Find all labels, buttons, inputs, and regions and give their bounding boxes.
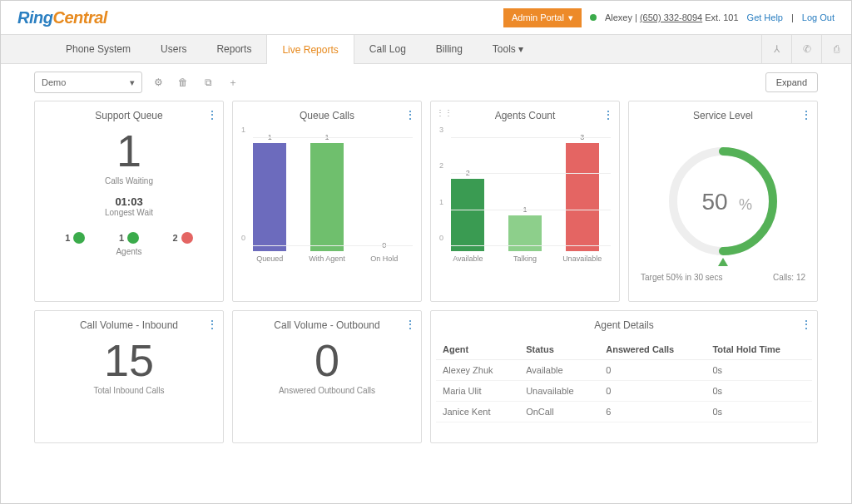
queue-calls-chart: 011Queued1With Agent0On Hold [238,130,416,263]
card-service-level: ⋮ Service Level 50 % Target 50% in 30 se… [628,101,818,302]
inbound-label: Total Inbound Calls [40,386,218,395]
longest-wait-label: Longest Wait [40,208,218,217]
trash-icon[interactable]: 🗑 [174,77,192,88]
card-menu-icon[interactable]: ⋮ [206,318,218,331]
outbound-value: 0 [238,334,416,386]
calls-waiting-label: Calls Waiting [40,176,218,185]
copy-icon[interactable]: ⧉ [199,77,217,88]
card-title: Agents Count [436,110,614,121]
card-support-queue: ⋮ Support Queue 1 Calls Waiting 01:03 Lo… [34,101,224,302]
nav-users[interactable]: Users [146,35,201,63]
service-calls: Calls: 12 [773,273,805,282]
table-row[interactable]: Janice KentOnCall60s [436,402,812,422]
logo-central: Central [52,8,106,27]
card-title: Support Queue [40,110,218,121]
nav-phone-system[interactable]: Phone System [51,35,146,63]
card-title: Agent Details [436,319,812,331]
support-queue-value: 1 [40,125,218,176]
service-level-gauge: 50 % [634,135,812,268]
top-bar: RingCentral Admin Portal ▾ Alexey | (650… [1,1,851,34]
outbound-label: Answered Outbound Calls [238,386,416,395]
card-menu-icon[interactable]: ⋮ [404,108,416,121]
card-queue-calls: ⋮ Queue Calls 011Queued1With Agent0On Ho… [232,101,422,302]
divider: | [791,12,794,22]
agents-count-chart: 01232Available1Talking3Unavailable [436,130,614,263]
svg-marker-1 [718,258,728,266]
card-agent-details: ⋮ Agent Details Agent Status Answered Ca… [430,310,818,443]
agent-stat-available: 1 [65,232,85,244]
top-right: Admin Portal ▾ Alexey | (650) 332-8094 E… [503,8,835,27]
card-title: Queue Calls [238,110,416,121]
gear-icon[interactable]: ⚙ [149,77,167,88]
th-answered[interactable]: Answered Calls [599,339,706,360]
agent-count: 1 [65,233,70,243]
service-footer: Target 50% in 30 secs Calls: 12 [634,273,812,282]
admin-portal-label: Admin Portal [512,12,564,22]
get-help-link[interactable]: Get Help [747,12,783,22]
user-name: Alexey [605,12,632,22]
dash-row-1: ⋮ Support Queue 1 Calls Waiting 01:03 Lo… [34,101,818,302]
share-icon[interactable]: ⅄ [761,35,791,63]
inbound-value: 15 [40,334,218,386]
add-icon[interactable]: ＋ [224,76,242,90]
card-agents-count: ⋮⋮ ⋮ Agents Count 01232Available1Talking… [430,101,620,302]
main-nav: Phone System Users Reports Live Reports … [1,34,851,64]
nav-icons: ⅄ ✆ ⎙ [761,35,851,63]
agent-stat-talking: 1 [119,232,139,244]
busy-circle-icon [181,232,193,244]
agents-row: 1 1 2 [40,232,218,244]
card-menu-icon[interactable]: ⋮ [404,318,416,331]
admin-portal-dropdown[interactable]: Admin Portal ▾ [503,8,582,27]
nav-live-reports[interactable]: Live Reports [266,35,354,64]
table-row[interactable]: Maria UlitUnavailable00s [436,381,812,402]
phone-icon[interactable]: ✆ [791,35,821,63]
card-menu-icon[interactable]: ⋮ [602,108,614,121]
export-icon[interactable]: ⎙ [821,35,851,63]
check-circle-icon [73,232,85,244]
gauge-value: 50 [701,189,727,215]
card-menu-icon[interactable]: ⋮ [800,108,812,121]
card-title: Service Level [634,110,812,121]
chevron-down-icon: ▾ [130,77,135,88]
chevron-down-icon: ▾ [568,12,573,23]
user-phone[interactable]: (650) 332-8094 [640,12,702,22]
expand-button[interactable]: Expand [765,72,818,92]
card-title: Call Volume - Outbound [238,319,416,331]
logo: RingCentral [17,8,107,27]
drag-handle-icon[interactable]: ⋮⋮ [436,108,453,117]
dashboard-select-label: Demo [42,77,66,87]
th-agent[interactable]: Agent [436,339,519,360]
card-volume-inbound: ⋮ Call Volume - Inbound 15 Total Inbound… [34,310,224,443]
dashboard: ⋮ Support Queue 1 Calls Waiting 01:03 Lo… [1,101,851,503]
dashboard-select[interactable]: Demo ▾ [34,72,142,93]
presence-dot-icon [590,14,597,21]
card-title: Call Volume - Inbound [40,319,218,331]
nav-tools[interactable]: Tools ▾ [478,35,538,63]
card-volume-outbound: ⋮ Call Volume - Outbound 0 Answered Outb… [232,310,422,443]
logout-link[interactable]: Log Out [802,12,835,22]
dash-row-2: ⋮ Call Volume - Inbound 15 Total Inbound… [34,310,818,443]
table-row[interactable]: Alexey ZhukAvailable00s [436,360,812,381]
th-status[interactable]: Status [519,339,599,360]
card-menu-icon[interactable]: ⋮ [800,318,812,331]
user-ext: Ext. 101 [705,12,738,22]
longest-wait-time: 01:03 [40,195,218,208]
nav-billing[interactable]: Billing [421,35,478,63]
agents-label: Agents [40,247,218,256]
agent-count: 1 [119,233,124,243]
user-info: Alexey | (650) 332-8094 Ext. 101 [605,12,739,22]
phone-circle-icon [127,232,139,244]
service-target: Target 50% in 30 secs [641,273,722,282]
toolbar: Demo ▾ ⚙ 🗑 ⧉ ＋ Expand [1,64,851,101]
nav-call-log[interactable]: Call Log [354,35,421,63]
agent-count: 2 [173,233,178,243]
agent-stat-unavailable: 2 [173,232,193,244]
agent-details-table: Agent Status Answered Calls Total Hold T… [436,339,812,422]
th-hold[interactable]: Total Hold Time [706,339,812,360]
logo-ring: Ring [17,8,52,27]
nav-reports[interactable]: Reports [201,35,266,63]
card-menu-icon[interactable]: ⋮ [206,108,218,121]
percent-sign: % [739,196,752,213]
